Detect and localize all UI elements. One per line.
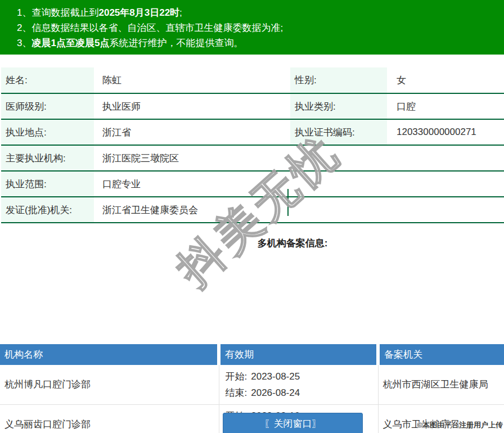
field-value-issuing-authority: 浙江省卫生健康委员会 bbox=[94, 197, 290, 223]
field-label-gender: 性别: bbox=[290, 67, 387, 93]
start-date: 2023-08-25 bbox=[251, 371, 300, 382]
column-header-institution: 机构名称 bbox=[0, 344, 219, 365]
field-label-practice-scope: 执业范围: bbox=[1, 171, 94, 197]
field-label-practice-type: 执业类别: bbox=[290, 93, 387, 119]
query-result-panel: 姓名: 陈虹 性别: 女 医师级别: 执业医师 执业类别: 口腔 执业地点: 浙… bbox=[0, 67, 504, 250]
table-row: 主要执业机构: 浙江医院三墩院区 bbox=[1, 145, 504, 171]
institution-name: 义乌丽齿口腔门诊部 bbox=[0, 404, 219, 433]
uploader-note: ©本图由平台注册用户上传 bbox=[417, 420, 503, 430]
notice-text: 系统进行维护，不能提供查询。 bbox=[109, 38, 243, 48]
notice-number: 3、 bbox=[17, 38, 32, 48]
field-label-practice-place: 执业地点: bbox=[1, 119, 94, 145]
filing-row: 杭州博凡口腔门诊部 开始:2023-08-25 结束:2026-08-24 杭州… bbox=[0, 365, 504, 404]
start-date-line: 开始:2023-08-25 bbox=[226, 368, 378, 385]
notice-text: ; bbox=[179, 7, 182, 18]
field-label-name: 姓名: bbox=[1, 67, 94, 93]
table-row: 姓名: 陈虹 性别: 女 bbox=[1, 67, 504, 93]
institution-name: 杭州博凡口腔门诊部 bbox=[0, 365, 219, 404]
field-value-practice-scope: 口腔专业 bbox=[94, 171, 290, 197]
notice-bold-text: 凌晨1点至凌晨5点 bbox=[32, 38, 109, 48]
filing-header-row: 机构名称 有效期 备案机关 bbox=[0, 344, 504, 365]
table-row: 发证(批准)机关: 浙江省卫生健康委员会 bbox=[1, 197, 504, 223]
empty-cell bbox=[387, 197, 504, 223]
empty-cell bbox=[387, 145, 504, 171]
empty-cell bbox=[290, 197, 387, 223]
notice-line-3: 3、凌晨1点至凌晨5点系统进行维护，不能提供查询。 bbox=[17, 35, 504, 51]
column-header-authority: 备案机关 bbox=[378, 344, 504, 365]
end-date: 2026-08-24 bbox=[251, 387, 300, 398]
field-value-practice-type: 口腔 bbox=[387, 93, 504, 119]
table-row: 执业范围: 口腔专业 bbox=[1, 171, 504, 197]
field-value-practice-place: 浙江省 bbox=[94, 119, 290, 145]
start-label: 开始: bbox=[226, 371, 248, 382]
notice-bold-text: 2025年8月3日22时 bbox=[98, 7, 179, 18]
empty-cell bbox=[290, 171, 387, 197]
column-header-validity: 有效期 bbox=[219, 344, 378, 365]
empty-cell bbox=[290, 145, 387, 171]
notice-banner: 1、查询数据截止到2025年8月3日22时; 2、信息数据结果以各省、自治区、直… bbox=[0, 0, 504, 55]
filing-authority: 杭州市西湖区卫生健康局 bbox=[378, 365, 504, 404]
field-label-issuing-authority: 发证(批准)机关: bbox=[1, 197, 94, 223]
table-row: 执业地点: 浙江省 执业证书编码: 120330000000271 bbox=[1, 119, 504, 145]
table-row: 医师级别: 执业医师 执业类别: 口腔 bbox=[1, 93, 504, 119]
notice-number: 1、 bbox=[17, 7, 32, 18]
field-label-certificate-no: 执业证书编码: bbox=[290, 119, 387, 145]
field-value-name: 陈虹 bbox=[94, 67, 290, 93]
field-value-certificate-no: 120330000000271 bbox=[387, 119, 504, 145]
notice-line-1: 1、查询数据截止到2025年8月3日22时; bbox=[17, 5, 504, 20]
notice-text: 信息数据结果以各省、自治区、直辖市卫生健康委数据为准; bbox=[32, 22, 283, 33]
field-value-doctor-level: 执业医师 bbox=[94, 93, 290, 119]
section-title-multi-institution: 多机构备案信息: bbox=[0, 237, 504, 250]
notice-line-2: 2、信息数据结果以各省、自治区、直辖市卫生健康委数据为准; bbox=[17, 20, 504, 35]
notice-number: 2、 bbox=[17, 22, 32, 33]
close-window-button[interactable]: 〖关闭窗口〗 bbox=[223, 413, 363, 433]
row-divider-line bbox=[287, 189, 289, 216]
field-label-doctor-level: 医师级别: bbox=[1, 93, 94, 119]
field-label-main-institution: 主要执业机构: bbox=[1, 145, 94, 171]
validity-period: 开始:2023-08-25 结束:2026-08-24 bbox=[219, 365, 378, 404]
field-value-main-institution: 浙江医院三墩院区 bbox=[94, 145, 290, 171]
end-date-line: 结束:2026-08-24 bbox=[226, 385, 378, 401]
field-value-gender: 女 bbox=[387, 67, 504, 93]
notice-text: 查询数据截止到 bbox=[32, 7, 98, 18]
end-label: 结束: bbox=[226, 387, 248, 398]
practitioner-info-table: 姓名: 陈虹 性别: 女 医师级别: 执业医师 执业类别: 口腔 执业地点: 浙… bbox=[1, 67, 504, 223]
empty-cell bbox=[387, 171, 504, 197]
